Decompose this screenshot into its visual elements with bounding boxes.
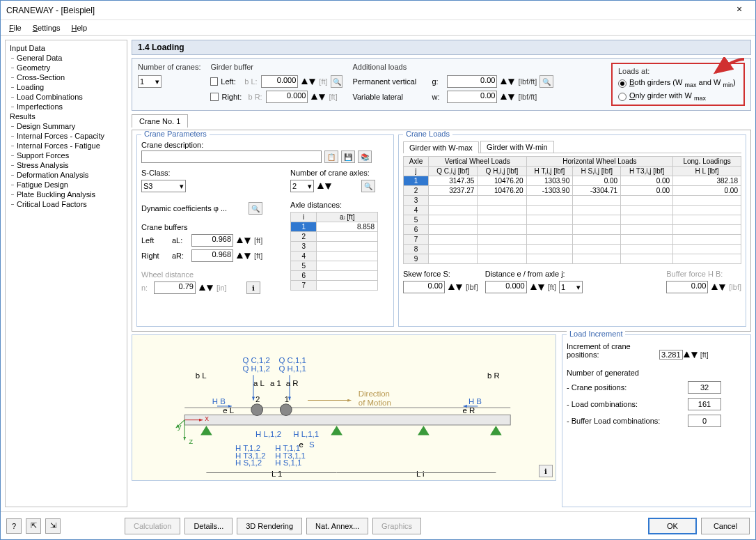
dist-axle-dropdown[interactable]: 1▾ [559,281,583,293]
girder-buffer-label: Girder buffer [210,63,342,71]
ok-button[interactable]: OK [648,518,697,534]
crane-copy-icon[interactable]: 📋 [324,151,338,163]
crane-desc-input[interactable] [141,151,322,163]
buffer-right-check[interactable] [210,93,219,101]
inc-input[interactable]: 3.281 [659,350,683,360]
tree-support-forces[interactable]: Support Forces [7,151,125,160]
tree-critical-load[interactable]: Critical Load Factors [7,199,125,209]
dyn-coef-label: Dynamic coefficients φ ... [141,204,246,213]
buffer-left-label: Left: [221,77,242,86]
axles-pick-icon[interactable]: 🔍 [361,180,375,192]
menu-settings[interactable]: Settings [27,22,66,33]
bR-label: b R: [248,93,263,101]
menu-bar: File Settings Help [1,20,755,36]
export-left-icon[interactable]: ⇱ [26,518,41,534]
dyn-coef-pick-icon[interactable]: 🔍 [249,202,262,215]
n-unit: [in] [216,284,227,292]
svg-text:Direction: Direction [359,390,390,399]
nav-tree: Input Data General Data Geometry Cross-S… [5,40,127,507]
tree-input-data[interactable]: Input Data [7,43,125,53]
nat-annex-button[interactable]: Nat. Annex... [306,518,368,534]
radio-both-girders[interactable] [618,79,627,88]
buf-force-input[interactable]: 0.00 [666,281,708,293]
aR-input[interactable]: 0.968 [191,249,233,262]
tree-plate-buckling[interactable]: Plate Buckling Analysis [7,190,125,199]
tree-imperfections[interactable]: Imperfections [7,102,125,111]
calculation-button[interactable]: Calculation [125,518,180,534]
svg-text:Q H,1,1: Q H,1,1 [278,364,306,373]
bL-input[interactable]: 0.000 [261,75,299,88]
tree-internal-fatigue[interactable]: Internal Forces - Fatigue [7,141,125,151]
buf-right-label: Right [141,252,169,260]
app-window: CRANEWAY - [Beispiel] × File Settings He… [0,0,756,540]
dist-e-input[interactable]: 0.000 [485,281,527,293]
radio-only-label: Only girder with W max [629,91,706,102]
aL-input[interactable]: 0.968 [191,234,233,247]
tree-stress-analysis[interactable]: Stress Analysis [7,160,125,170]
cancel-button[interactable]: Cancel [701,518,750,534]
num-cranes-dropdown[interactable]: 1▾ [138,75,162,88]
wheel-loads-table[interactable]: Axle Vertical Wheel Loads Horizontal Whe… [403,156,741,264]
close-button[interactable]: × [729,3,750,17]
num-cranes-label: Number of cranes: [138,63,200,71]
w-label: w: [432,93,444,101]
axle-distance-table[interactable]: iaᵢ [ft] 18.858 2 3 4 5 6 7 [290,212,378,291]
crane-pos-label: - Crane positions: [567,383,685,392]
crane-save-icon[interactable]: 💾 [341,151,355,163]
tree-deformation[interactable]: Deformation Analysis [7,170,125,180]
menu-help[interactable]: Help [66,22,93,33]
skew-input[interactable]: 0.00 [403,281,445,293]
svg-text:1: 1 [285,395,289,403]
tree-design-summary[interactable]: Design Summary [7,121,125,131]
svg-text:S: S [309,441,315,449]
svg-text:e: e [299,441,304,449]
additional-pick-icon[interactable]: 🔍 [540,75,553,88]
crane-loads-group: Crane Loads Girder with W-max Girder wit… [398,134,746,327]
buffer-left-check[interactable] [210,77,218,86]
menu-file[interactable]: File [3,22,27,33]
svg-text:H L,1,2: H L,1,2 [255,430,281,438]
inc-label: Increment of crane positions: [567,342,657,359]
info-icon[interactable]: ℹ [246,281,260,294]
tree-results[interactable]: Results [7,111,125,121]
buffer-left-pick-icon[interactable]: 🔍 [331,75,343,88]
radio-only-wmax[interactable] [618,93,627,101]
n-input[interactable]: 0.79 [154,281,196,294]
num-axles-dropdown[interactable]: 2▾ [290,180,314,192]
tree-general-data[interactable]: General Data [7,53,125,63]
svg-marker-5 [418,426,430,435]
details-button[interactable]: Details... [184,518,233,534]
help-icon[interactable]: ? [6,518,22,534]
g-input[interactable]: 0.00 [447,75,497,88]
w-input[interactable]: 0.00 [447,91,497,103]
svg-text:L i: L i [416,470,425,478]
bR-unit: [ft] [329,93,337,101]
aL-label: aL: [172,236,189,245]
buf-force-label: Buffer force H B: [666,270,741,278]
bL-unit: [ft] [319,77,327,86]
diagram-info-icon[interactable]: ℹ [539,465,553,477]
page-header: 1.4 Loading [132,40,751,55]
tree-load-combinations[interactable]: Load Combinations [7,92,125,102]
crane-library-icon[interactable]: 📚 [358,151,372,163]
load-comb-value: 161 [688,398,721,410]
num-axles-label: Number of crane axles: [290,169,378,177]
tree-loading[interactable]: Loading [7,82,125,92]
svg-marker-6 [490,426,502,435]
tree-fatigue-design[interactable]: Fatigue Design [7,180,125,190]
tree-internal-capacity[interactable]: Internal Forces - Capacity [7,131,125,141]
bR-input[interactable]: 0.000 [266,91,308,103]
tab-wmin[interactable]: Girder with W-min [480,141,554,153]
tab-crane-1[interactable]: Crane No. 1 [132,114,188,128]
buf-comb-label: - Buffer Load combinations: [567,417,685,425]
footer-bar: ? ⇱ ⇲ Calculation Details... 3D Renderin… [1,511,755,539]
tab-wmax[interactable]: Girder with W-max [403,141,479,153]
rendering-button[interactable]: 3D Rendering [237,518,302,534]
export-right-icon[interactable]: ⇲ [45,518,61,534]
tree-geometry[interactable]: Geometry [7,63,125,72]
tree-cross-section[interactable]: Cross-Section [7,72,125,82]
highlight-arrow-icon [706,57,748,78]
sclass-dropdown[interactable]: S3▾ [141,180,186,192]
svg-text:a 1: a 1 [270,379,281,387]
graphics-button[interactable]: Graphics [372,518,421,534]
